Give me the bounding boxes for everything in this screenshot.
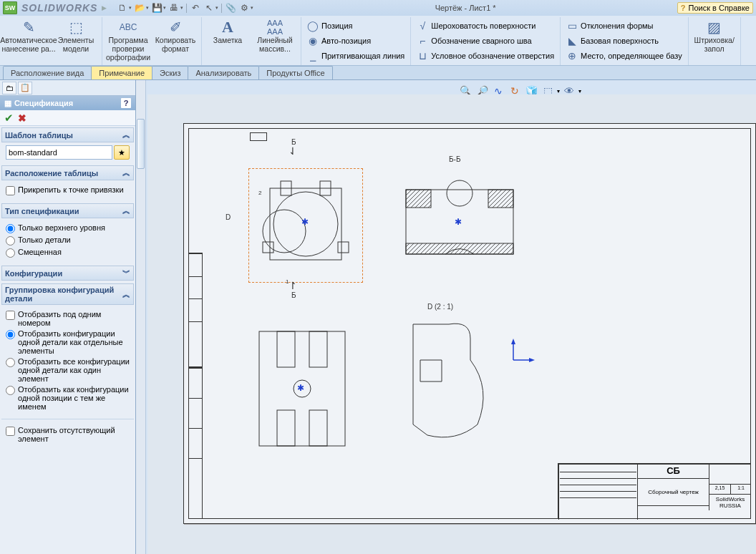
tb-scale: 1:1 bbox=[730, 484, 751, 494]
tab-annotation[interactable]: Примечание bbox=[91, 66, 152, 79]
property-manager-panel: 🗀 📋 ▦Спецификация ? ✔ ✖ Шаблон таблицы︽ … bbox=[0, 80, 136, 554]
property-manager-tab-icon[interactable]: 📋 bbox=[18, 82, 32, 94]
title-block: СБ Сборочный чертеж 2,15 1:1 SolidWorks … bbox=[558, 463, 751, 519]
tab-view-layout[interactable]: Расположение вида bbox=[3, 66, 92, 79]
save-icon[interactable]: 💾 bbox=[151, 2, 163, 14]
svg-marker-21 bbox=[529, 358, 535, 362]
revision-block-2 bbox=[188, 367, 203, 519]
section-bom-type[interactable]: Тип спецификации︽ bbox=[1, 203, 134, 218]
geometric-tolerance-button[interactable]: ▭Отклонения формы bbox=[563, 19, 685, 33]
balloon-button[interactable]: ◯Позиция bbox=[304, 19, 407, 33]
tb-assembly: Сборочный чертеж bbox=[637, 478, 709, 505]
section-view-label: Б-Б bbox=[449, 155, 460, 163]
datum-target-button[interactable]: ⊕Место, определяющее базу bbox=[563, 49, 685, 63]
chevron-up-icon: ︽ bbox=[122, 289, 130, 300]
browse-template-button[interactable]: ★ bbox=[114, 145, 130, 160]
weld-symbol-button[interactable]: ⌐Обозначение сварного шва bbox=[414, 34, 557, 48]
display-one-item-checkbox[interactable] bbox=[6, 311, 15, 320]
tab-office-products[interactable]: Продукты Office bbox=[258, 66, 332, 79]
document-title: Чертёж - Лист1 * bbox=[258, 4, 672, 12]
title-bar: SW SOLIDWORKS ▶ 🗋▾ 📂▾ 💾▾ 🖶▾ ↶ ↖▾ 📎 ⚙▾ Че… bbox=[0, 0, 756, 16]
tb-company: SolidWorks RUSSIA bbox=[709, 494, 751, 510]
tab-evaluate[interactable]: Анализировать bbox=[188, 66, 259, 79]
view-triad[interactable] bbox=[506, 339, 535, 369]
detail-view-label: D (2 : 1) bbox=[427, 303, 453, 311]
detail-view-d[interactable] bbox=[406, 317, 499, 446]
top-view[interactable]: ✱ bbox=[248, 324, 356, 453]
radio-one-element[interactable] bbox=[6, 358, 15, 367]
svg-rect-13 bbox=[277, 331, 295, 367]
app-logo-icon: SW bbox=[3, 1, 17, 14]
open-file-icon[interactable]: 📂 bbox=[134, 2, 145, 14]
help-icon: ? bbox=[681, 4, 686, 12]
magnetic-line-button[interactable]: ⎯Притягивающая линия bbox=[304, 49, 407, 63]
svg-point-2 bbox=[263, 210, 306, 253]
model-items-button[interactable]: ⬚Элементы модели bbox=[53, 17, 99, 54]
chevron-up-icon: ︽ bbox=[122, 167, 130, 178]
radio-indented[interactable] bbox=[6, 248, 15, 258]
svg-marker-19 bbox=[511, 339, 515, 344]
svg-rect-16 bbox=[309, 410, 327, 446]
chevron-up-icon: ︽ bbox=[122, 130, 130, 140]
auto-balloon-button[interactable]: ◉Авто-позиция bbox=[304, 34, 407, 48]
svg-rect-8 bbox=[406, 190, 431, 208]
quick-access-toolbar: 🗋▾ 📂▾ 💾▾ 🖶▾ ↶ ↖▾ 📎 ⚙▾ bbox=[117, 2, 253, 14]
undo-icon[interactable]: ↶ bbox=[190, 2, 201, 14]
keep-missing-checkbox[interactable] bbox=[6, 427, 15, 436]
svg-rect-15 bbox=[277, 410, 295, 446]
hole-callout-button[interactable]: ⊔Условное обозначение отверстия bbox=[414, 49, 557, 63]
rebuild-icon[interactable]: 📎 bbox=[225, 2, 236, 14]
section-configurations[interactable]: Конфигурации︾ bbox=[1, 266, 134, 281]
drawing-canvas[interactable]: ✱ Б ⇃ Б ↾ D 2 1 Б-Б ✱ bbox=[147, 94, 756, 554]
spellcheck-button[interactable]: ABCПрограмма проверки орфографии bbox=[105, 17, 151, 63]
ribbon: ✎Автоматическое нанесение ра... ⬚Элемент… bbox=[0, 16, 756, 66]
feature-tree-tab-icon[interactable]: 🗀 bbox=[2, 82, 16, 94]
tb-designation: СБ bbox=[637, 464, 709, 478]
attach-anchor-checkbox[interactable] bbox=[6, 186, 15, 195]
svg-rect-6 bbox=[338, 242, 349, 253]
scrollbar-thumb[interactable] bbox=[137, 119, 145, 169]
help-search[interactable]: ? Поиск в Справке bbox=[677, 2, 753, 14]
chevron-down-icon: ︾ bbox=[122, 268, 130, 278]
section-template[interactable]: Шаблон таблицы︽ bbox=[1, 127, 134, 142]
side-scrollbar[interactable] bbox=[136, 80, 146, 554]
tab-sketch[interactable]: Эскиз bbox=[152, 66, 188, 79]
ok-button[interactable]: ✔ bbox=[4, 112, 14, 125]
cancel-button[interactable]: ✖ bbox=[18, 112, 26, 124]
app-name: SOLIDWORKS bbox=[21, 2, 97, 14]
pm-controls: ✔ ✖ bbox=[0, 110, 135, 126]
surface-finish-button[interactable]: √Шероховатость поверхности bbox=[414, 19, 557, 33]
new-file-icon[interactable]: 🗋 bbox=[117, 2, 128, 14]
template-input[interactable] bbox=[6, 145, 112, 160]
center-mark-icon: ✱ bbox=[301, 217, 309, 227]
drawing-sheet: ✱ Б ⇃ Б ↾ D 2 1 Б-Б ✱ bbox=[183, 123, 756, 524]
tb-mass: 2,15 bbox=[709, 484, 730, 494]
auto-dimension-button[interactable]: ✎Автоматическое нанесение ра... bbox=[6, 17, 52, 54]
radio-top-level[interactable] bbox=[6, 224, 15, 233]
chevron-up-icon: ︽ bbox=[122, 205, 130, 216]
hatch-fill-button[interactable]: ▨Штриховка/запол bbox=[692, 17, 737, 54]
print-icon[interactable]: 🖶 bbox=[168, 2, 180, 14]
pm-title: Спецификация bbox=[14, 99, 73, 107]
center-mark-icon: ✱ bbox=[297, 383, 304, 393]
svg-rect-14 bbox=[309, 331, 327, 367]
ribbon-tabs: Расположение вида Примечание Эскиз Анали… bbox=[0, 66, 756, 80]
revision-block-1 bbox=[188, 253, 203, 367]
center-mark-icon: ✱ bbox=[455, 217, 462, 227]
note-button[interactable]: AЗаметка bbox=[205, 17, 251, 46]
linear-pattern-button[interactable]: AAAAAAЛинейный массив... bbox=[252, 17, 298, 54]
section-table-position[interactable]: Расположение таблицы︽ bbox=[1, 165, 134, 180]
datum-feature-button[interactable]: ◣Базовая поверхность bbox=[563, 34, 685, 48]
section-view-bb[interactable]: ✱ bbox=[399, 168, 520, 268]
detail-d-label: D bbox=[226, 213, 231, 221]
radio-parts-only[interactable] bbox=[6, 236, 15, 246]
radio-same-name[interactable] bbox=[6, 386, 15, 395]
help-search-label: Поиск в Справке bbox=[689, 4, 750, 12]
format-painter-button[interactable]: ✐Копировать формат bbox=[152, 17, 198, 54]
radio-separate[interactable] bbox=[6, 330, 15, 339]
pm-help-icon[interactable]: ? bbox=[121, 98, 131, 108]
options-icon[interactable]: ⚙ bbox=[238, 2, 250, 14]
front-view[interactable]: ✱ bbox=[256, 174, 356, 274]
select-icon[interactable]: ↖ bbox=[203, 2, 215, 14]
section-grouping[interactable]: Группировка конфигураций детали︽ bbox=[1, 283, 134, 305]
